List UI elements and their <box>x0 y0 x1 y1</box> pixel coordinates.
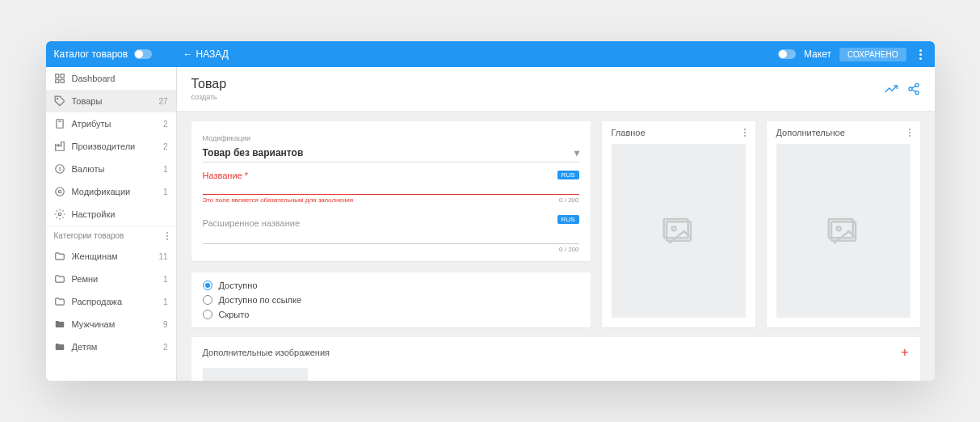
ext-name-field[interactable]: RUS Расширенное название 0 / 200 <box>203 215 579 253</box>
main-image-panel: Главное <box>602 121 755 327</box>
sidebar-item-атрибуты[interactable]: Атрибуты 2 <box>46 112 176 135</box>
sidebar-item-настройки[interactable]: Настройки <box>46 203 176 226</box>
saved-button[interactable]: СОХРАНЕНО <box>839 48 906 61</box>
svg-rect-3 <box>55 79 58 82</box>
categories-label: Категории товаров <box>54 231 124 240</box>
categories-header: Категории товаров <box>46 226 176 245</box>
category-count: 1 <box>163 298 168 306</box>
name-input[interactable] <box>203 180 579 195</box>
svg-point-4 <box>57 99 57 99</box>
content-row: Модификации Товар без вариантов ▾ RUS На… <box>177 112 935 337</box>
category-label: Детям <box>72 342 157 352</box>
modify-icon <box>54 186 65 197</box>
ext-name-placeholder: Расширенное название <box>203 218 301 228</box>
share-icon[interactable] <box>907 82 920 95</box>
basic-card: Модификации Товар без вариантов ▾ RUS На… <box>191 121 591 261</box>
lang-badge[interactable]: RUS <box>557 171 579 179</box>
sidebar-item-label: Атрибуты <box>72 119 157 129</box>
sidebar-item-label: Dashboard <box>72 74 162 83</box>
category-item[interactable]: Женщинам 11 <box>46 245 176 268</box>
sidebar-item-count: 1 <box>163 165 168 174</box>
page-title: Товар <box>191 77 227 91</box>
sidebar-item-label: Производители <box>72 141 157 151</box>
svg-point-14 <box>915 91 919 95</box>
ext-name-input[interactable] <box>203 230 579 244</box>
menu-icon[interactable] <box>919 53 922 56</box>
app-title: Каталог товаров <box>54 49 128 60</box>
sidebar: Dashboard Товары 27 Атрибуты 2 Производи… <box>46 67 177 381</box>
layout-toggle[interactable] <box>778 49 796 59</box>
category-label: Женщинам <box>72 251 153 261</box>
svg-rect-0 <box>55 74 58 78</box>
form-column: Модификации Товар без вариантов ▾ RUS На… <box>191 121 591 327</box>
sidebar-item-валюты[interactable]: $ Валюты 1 <box>46 158 176 180</box>
sidebar-item-label: Валюты <box>72 164 157 174</box>
svg-rect-2 <box>61 79 64 82</box>
image-placeholder-icon <box>662 215 695 247</box>
svg-line-16 <box>911 86 915 88</box>
sidebar-item-модификации[interactable]: Модификации 1 <box>46 180 176 203</box>
modification-label: Модификации <box>203 134 250 142</box>
category-count: 9 <box>163 320 168 329</box>
folder-solid-icon <box>54 341 65 352</box>
modification-value: Товар без вариантов <box>203 147 304 158</box>
page-header: Товар создать <box>177 67 935 112</box>
image-placeholder-icon <box>827 215 860 247</box>
header-left: Каталог товаров <box>54 49 183 60</box>
folder-icon <box>54 273 65 285</box>
main-image-label: Главное <box>612 128 646 137</box>
add-image-button[interactable]: + <box>901 345 908 360</box>
back-button[interactable]: ← НАЗАД <box>183 49 229 60</box>
layers-icon <box>54 118 65 129</box>
radio-label: Доступно по ссылке <box>219 295 302 305</box>
radio-icon <box>203 281 212 290</box>
modification-select[interactable]: Товар без вариантов ▾ <box>203 144 579 162</box>
app-window: Каталог товаров ← НАЗАД Макет СОХРАНЕНО … <box>46 41 935 381</box>
currency-icon: $ <box>54 163 65 175</box>
theme-toggle[interactable] <box>134 49 152 59</box>
folder-icon <box>54 296 65 307</box>
category-label: Ремни <box>72 274 157 284</box>
chevron-down-icon: ▾ <box>574 147 579 158</box>
main-image-menu-icon[interactable] <box>744 132 746 133</box>
sidebar-item-count: 2 <box>163 142 168 151</box>
radio-label: Доступно <box>219 281 258 290</box>
sidebar-item-count: 27 <box>158 97 167 106</box>
category-item[interactable]: Распродажа 1 <box>46 290 176 313</box>
trend-icon[interactable] <box>885 82 898 95</box>
svg-point-9 <box>58 190 61 193</box>
category-item[interactable]: Мужчинам 9 <box>46 313 176 335</box>
category-item[interactable]: Детям 2 <box>46 335 176 358</box>
visibility-radio[interactable]: Скрыто <box>203 310 579 319</box>
main-image-drop[interactable] <box>612 144 746 318</box>
radio-label: Скрыто <box>219 310 250 319</box>
sidebar-item-dashboard[interactable]: Dashboard <box>46 67 176 90</box>
name-field[interactable]: RUS Название * Это поле является обязате… <box>203 171 579 204</box>
lang-badge[interactable]: RUS <box>557 215 579 224</box>
gallery-label: Дополнительные изображения <box>203 348 330 357</box>
radio-icon <box>203 310 212 319</box>
factory-icon <box>54 141 65 152</box>
header-bar: Каталог товаров ← НАЗАД Макет СОХРАНЕНО <box>46 41 935 67</box>
visibility-radio[interactable]: Доступно <box>203 281 579 290</box>
layout-label: Макет <box>804 49 831 60</box>
sidebar-item-count: 1 <box>163 188 168 196</box>
gear-icon <box>54 209 65 220</box>
svg-line-15 <box>911 90 915 92</box>
categories-menu-icon[interactable] <box>166 235 168 237</box>
body: Dashboard Товары 27 Атрибуты 2 Производи… <box>46 67 935 381</box>
no-images-placeholder[interactable]: Нет изображений <box>203 368 308 381</box>
category-item[interactable]: Ремни 1 <box>46 268 176 290</box>
sidebar-item-производители[interactable]: Производители 2 <box>46 135 176 158</box>
sidebar-item-товары[interactable]: Товары 27 <box>46 90 176 112</box>
back-label: НАЗАД <box>196 49 229 60</box>
svg-point-12 <box>915 83 919 87</box>
svg-text:$: $ <box>58 167 61 171</box>
additional-image-menu-icon[interactable] <box>909 132 911 133</box>
category-count: 11 <box>158 252 167 261</box>
visibility-radio[interactable]: Доступно по ссылке <box>203 295 579 305</box>
additional-image-label: Дополнительное <box>776 128 845 137</box>
category-label: Распродажа <box>72 297 157 306</box>
additional-image-drop[interactable] <box>776 144 911 318</box>
category-label: Мужчинам <box>72 319 157 329</box>
